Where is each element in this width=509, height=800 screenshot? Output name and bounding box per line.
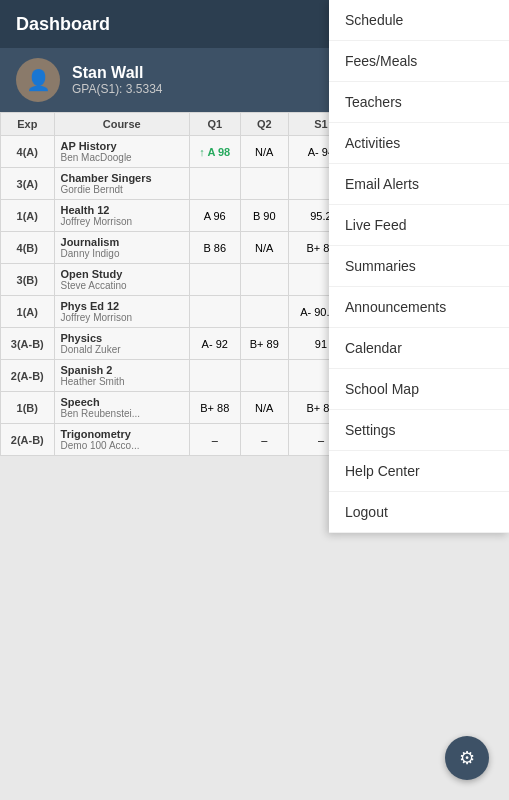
menu-item-school-map[interactable]: School Map <box>329 369 509 410</box>
menu-item-fees-meals[interactable]: Fees/Meals <box>329 41 509 82</box>
dropdown-menu: ScheduleFees/MealsTeachersActivitiesEmai… <box>329 0 509 533</box>
col-exp: Exp <box>1 113 55 136</box>
menu-item-email-alerts[interactable]: Email Alerts <box>329 164 509 205</box>
cell-q1: A 96 <box>189 200 240 232</box>
cell-exp: 3(A-B) <box>1 328 55 360</box>
cell-exp: 4(B) <box>1 232 55 264</box>
cell-exp: 1(A) <box>1 296 55 328</box>
cell-q1: B 86 <box>189 232 240 264</box>
cell-course: TrigonometryDemo 100 Acco... <box>54 424 189 456</box>
col-q1: Q1 <box>189 113 240 136</box>
cell-q1: A 98 <box>189 136 240 168</box>
cell-q1: – <box>189 424 240 456</box>
menu-item-schedule[interactable]: Schedule <box>329 0 509 41</box>
cell-exp: 3(A) <box>1 168 55 200</box>
cell-course: JournalismDanny Indigo <box>54 232 189 264</box>
user-info: Stan Wall GPA(S1): 3.5334 <box>72 64 163 96</box>
cell-q2 <box>240 264 288 296</box>
cell-exp: 2(A-B) <box>1 424 55 456</box>
cell-course: Spanish 2Heather Smith <box>54 360 189 392</box>
menu-item-help-center[interactable]: Help Center <box>329 451 509 492</box>
menu-item-activities[interactable]: Activities <box>329 123 509 164</box>
cell-q2: – <box>240 424 288 456</box>
cell-q2 <box>240 296 288 328</box>
col-q2: Q2 <box>240 113 288 136</box>
menu-item-teachers[interactable]: Teachers <box>329 82 509 123</box>
cell-course: PhysicsDonald Zuker <box>54 328 189 360</box>
menu-item-live-feed[interactable]: Live Feed <box>329 205 509 246</box>
cell-q2 <box>240 168 288 200</box>
cell-course: Phys Ed 12Joffrey Morrison <box>54 296 189 328</box>
cell-exp: 1(A) <box>1 200 55 232</box>
col-course: Course <box>54 113 189 136</box>
cell-course: Health 12Joffrey Morrison <box>54 200 189 232</box>
cell-q1: B+ 88 <box>189 392 240 424</box>
cell-course: AP HistoryBen MacDoogle <box>54 136 189 168</box>
cell-exp: 4(A) <box>1 136 55 168</box>
menu-item-calendar[interactable]: Calendar <box>329 328 509 369</box>
page-title: Dashboard <box>16 14 110 35</box>
user-gpa: GPA(S1): 3.5334 <box>72 82 163 96</box>
menu-item-logout[interactable]: Logout <box>329 492 509 533</box>
cell-q2: B+ 89 <box>240 328 288 360</box>
cell-course: SpeechBen Reubenstei... <box>54 392 189 424</box>
cell-q1 <box>189 264 240 296</box>
menu-item-announcements[interactable]: Announcements <box>329 287 509 328</box>
settings-fab[interactable]: ⚙ <box>445 736 489 780</box>
cell-q2: N/A <box>240 392 288 424</box>
cell-q2: B 90 <box>240 200 288 232</box>
menu-item-summaries[interactable]: Summaries <box>329 246 509 287</box>
cell-q2: N/A <box>240 136 288 168</box>
cell-q1: A- 92 <box>189 328 240 360</box>
menu-item-settings[interactable]: Settings <box>329 410 509 451</box>
cell-exp: 2(A-B) <box>1 360 55 392</box>
cell-q2: N/A <box>240 232 288 264</box>
cell-q1 <box>189 168 240 200</box>
avatar: 👤 <box>16 58 60 102</box>
cell-q1 <box>189 360 240 392</box>
cell-q2 <box>240 360 288 392</box>
cell-exp: 3(B) <box>1 264 55 296</box>
cell-course: Chamber SingersGordie Berndt <box>54 168 189 200</box>
cell-q1 <box>189 296 240 328</box>
user-name: Stan Wall <box>72 64 163 82</box>
cell-course: Open StudySteve Accatino <box>54 264 189 296</box>
cell-exp: 1(B) <box>1 392 55 424</box>
